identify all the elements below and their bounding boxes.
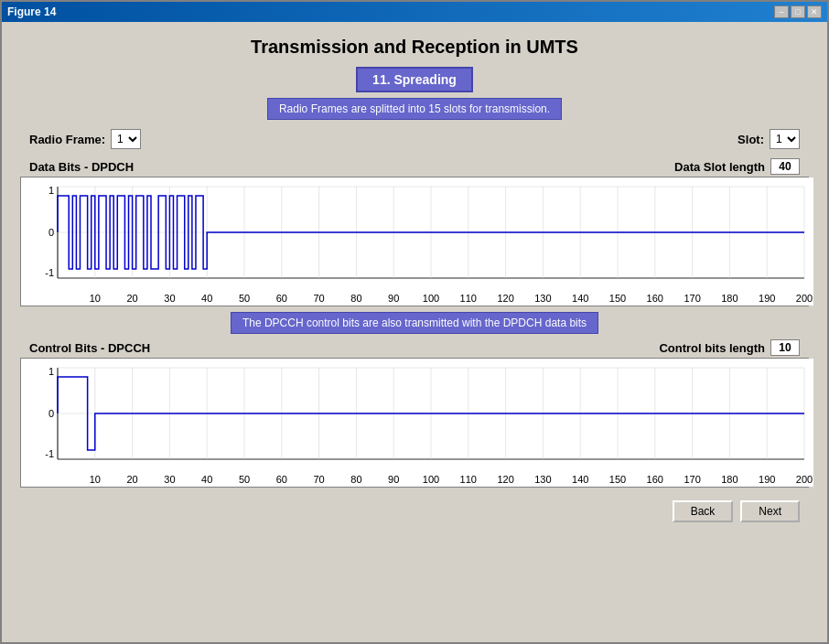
minimize-button[interactable]: –: [774, 5, 789, 18]
slot-label: Slot:: [737, 133, 764, 146]
section-badge: 11. Spreading: [356, 67, 473, 92]
chart2-header: Control Bits - DPCCH Control bits length…: [20, 339, 809, 356]
chart2-canvas: [21, 359, 813, 487]
chart1-header: Data Bits - DPDCH Data Slot length 40: [20, 158, 809, 175]
slot-select[interactable]: 1 2: [770, 129, 800, 149]
chart2-length-label: Control bits length: [659, 341, 765, 355]
chart1-canvas: [21, 177, 813, 306]
maximize-button[interactable]: □: [791, 5, 805, 18]
page-title: Transmission and Reception in UMTS: [251, 37, 578, 58]
window-title: Figure 14: [7, 5, 56, 18]
chart2-title: Control Bits - DPCCH: [29, 341, 150, 355]
titlebar: Figure 14 – □ ✕: [2, 2, 827, 22]
chart2-area: [20, 358, 809, 488]
info-box-1: Radio Frames are splitted into 15 slots …: [267, 98, 562, 120]
close-button[interactable]: ✕: [807, 5, 822, 18]
chart1-length-group: Data Slot length 40: [674, 158, 800, 175]
radio-frame-label: Radio Frame:: [29, 133, 105, 146]
chart1-title: Data Bits - DPDCH: [29, 160, 134, 174]
chart1-section: Data Bits - DPDCH Data Slot length 40: [20, 158, 809, 306]
chart2-section: Control Bits - DPCCH Control bits length…: [20, 339, 809, 488]
chart1-area: [20, 177, 809, 306]
radio-frame-select[interactable]: 1 2 3: [111, 129, 141, 149]
controls-row: Radio Frame: 1 2 3 Slot: 1 2: [20, 125, 809, 153]
back-button[interactable]: Back: [673, 500, 734, 522]
next-button[interactable]: Next: [740, 500, 800, 522]
chart2-length-value: 10: [770, 339, 800, 356]
bottom-buttons: Back Next: [20, 497, 809, 526]
main-window: Figure 14 – □ ✕ Transmission and Recepti…: [0, 0, 829, 644]
info-box-2: The DPCCH control bits are also transmit…: [231, 312, 598, 334]
radio-frame-group: Radio Frame: 1 2 3: [29, 129, 141, 149]
titlebar-buttons: – □ ✕: [774, 5, 822, 18]
chart2-length-group: Control bits length 10: [659, 339, 800, 356]
content-area: Transmission and Reception in UMTS 11. S…: [2, 22, 827, 642]
chart1-length-label: Data Slot length: [674, 160, 765, 174]
slot-group: Slot: 1 2: [737, 129, 800, 149]
chart1-length-value: 40: [770, 158, 800, 175]
